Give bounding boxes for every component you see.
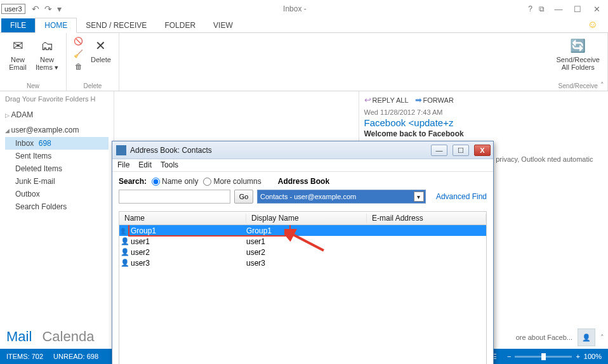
- radio-name-only[interactable]: Name only: [152, 177, 198, 186]
- new-email-button[interactable]: ✉ New Email: [5, 36, 30, 72]
- close-icon[interactable]: ✕: [589, 4, 604, 14]
- go-button[interactable]: Go: [234, 190, 253, 204]
- ribbon-options-icon[interactable]: ⧉: [539, 4, 545, 13]
- forward-button[interactable]: ➡FORWAR: [415, 95, 454, 105]
- address-book-icon: [116, 145, 126, 155]
- col-name[interactable]: Name: [119, 214, 246, 223]
- people-pane-text: ore about Faceb...: [516, 334, 572, 341]
- table-row[interactable]: 👤 user3 user3: [119, 257, 486, 268]
- cell-display-name: user2: [246, 248, 367, 257]
- forward-icon: ➡: [415, 95, 422, 105]
- table-row[interactable]: 👤 user2 user2: [119, 247, 486, 257]
- dialog-title: Address Book: Contacts: [130, 146, 426, 155]
- user-icon: 👤: [119, 259, 131, 267]
- col-email[interactable]: E-mail Address: [367, 214, 486, 223]
- group-delete-label: Delete: [72, 81, 114, 89]
- qat-more-icon[interactable]: ▾: [57, 4, 62, 14]
- message-subject: Welcome back to Facebook: [364, 129, 609, 138]
- dialog-maximize-icon[interactable]: ☐: [453, 145, 469, 156]
- advanced-find-link[interactable]: Advanced Find: [436, 192, 487, 201]
- dialog-titlebar[interactable]: Address Book: Contacts — ☐ X: [112, 141, 493, 159]
- minimize-icon[interactable]: —: [551, 4, 566, 14]
- folder-junk[interactable]: Junk E-mail: [5, 175, 109, 188]
- junk-icon[interactable]: 🗑: [73, 62, 84, 74]
- address-book-combo[interactable]: Contacts - user@example.com ▾: [257, 190, 426, 204]
- contacts-grid-header: Name Display Name E-mail Address: [119, 211, 487, 225]
- status-items: ITEMS: 702: [6, 353, 43, 360]
- menu-file[interactable]: File: [117, 160, 129, 170]
- reply-all-button[interactable]: ↩REPLY ALL: [364, 95, 409, 105]
- people-pane-toggle-icon[interactable]: ˄: [600, 334, 604, 342]
- dialog-minimize-icon[interactable]: —: [431, 145, 447, 156]
- cell-display-name: user1: [246, 237, 367, 246]
- zoom-slider[interactable]: [515, 356, 572, 358]
- window-titlebar: user3 ↶ ↷ ▾ Inbox - ? ⧉ — ☐ ✕: [0, 0, 608, 18]
- delete-icon: ✕: [91, 37, 111, 55]
- group-new-label: New: [5, 81, 61, 89]
- radio-name-only-input[interactable]: [152, 178, 160, 186]
- menu-tools[interactable]: Tools: [161, 160, 178, 170]
- tab-send-receive[interactable]: SEND / RECEIVE: [77, 18, 155, 32]
- search-input[interactable]: [119, 190, 230, 204]
- contacts-grid: 👥 Group1 Group1 👤 user1 user1 👤 user2 us…: [119, 225, 487, 364]
- help-icon[interactable]: ?: [528, 4, 532, 13]
- tab-home[interactable]: HOME: [35, 18, 77, 33]
- send-receive-icon: 🔄: [568, 37, 588, 55]
- radio-more-columns[interactable]: More columns: [203, 177, 261, 186]
- new-items-button[interactable]: 🗂 New Items ▾: [33, 36, 61, 72]
- cell-name: user2: [131, 248, 246, 257]
- folder-deleted[interactable]: Deleted Items: [5, 162, 109, 175]
- message-date: Wed 11/28/2012 7:43 AM: [364, 108, 609, 116]
- chevron-down-icon[interactable]: ▾: [414, 192, 424, 202]
- search-label: Search:: [119, 177, 147, 186]
- group-sendrec-label: Send/Receive: [554, 81, 603, 89]
- zoom-out-icon[interactable]: −: [507, 353, 511, 360]
- address-book-label: Address Book: [278, 177, 329, 186]
- ribbon: ✉ New Email 🗂 New Items ▾ New 🚫 🧹 🗑 ✕ De…: [0, 33, 608, 91]
- zoom-thumb[interactable]: [541, 353, 546, 360]
- folder-sent[interactable]: Sent Items: [5, 150, 109, 162]
- col-display-name[interactable]: Display Name: [246, 214, 367, 223]
- zoom-percent: 100%: [584, 353, 602, 360]
- collapse-ribbon-icon[interactable]: ˄: [600, 81, 604, 89]
- send-receive-button[interactable]: 🔄 Send/Receive All Folders: [554, 36, 603, 72]
- address-book-dialog: Address Book: Contacts — ☐ X File Edit T…: [112, 141, 494, 364]
- radio-more-columns-input[interactable]: [203, 178, 211, 186]
- folder-inbox[interactable]: Inbox 698: [5, 137, 109, 150]
- zoom-in-icon[interactable]: +: [576, 353, 579, 360]
- combo-selected-label: Contacts - user@example.com: [260, 193, 356, 200]
- avatar[interactable]: 👤: [578, 328, 595, 346]
- folder-search[interactable]: Search Folders: [5, 200, 109, 213]
- delete-label: Delete: [91, 56, 111, 63]
- feedback-smiley-icon[interactable]: ☺: [588, 19, 598, 30]
- delete-button[interactable]: ✕ Delete: [88, 36, 114, 75]
- new-items-icon: 🗂: [37, 37, 57, 55]
- cell-display-name: Group1: [246, 226, 367, 235]
- cell-display-name: user3: [246, 259, 367, 268]
- table-row[interactable]: 👥 Group1 Group1: [119, 225, 486, 236]
- cell-name: Group1: [131, 226, 246, 235]
- menu-edit[interactable]: Edit: [138, 160, 152, 170]
- ignore-icon[interactable]: 🚫: [73, 37, 84, 48]
- tab-folder[interactable]: FOLDER: [155, 18, 204, 32]
- tab-view[interactable]: VIEW: [204, 18, 242, 32]
- maximize-icon[interactable]: ☐: [570, 4, 585, 14]
- favorites-hint: Drag Your Favorite Folders H: [5, 95, 109, 103]
- reply-all-icon: ↩: [364, 95, 371, 105]
- dialog-close-icon[interactable]: X: [474, 145, 491, 156]
- folder-inbox-count: 698: [39, 139, 51, 148]
- undo-icon[interactable]: ↶: [32, 4, 39, 14]
- folder-outbox[interactable]: Outbox: [5, 188, 109, 200]
- mailbox-header-account[interactable]: user@example.com: [5, 126, 109, 134]
- redo-icon[interactable]: ↷: [44, 4, 52, 14]
- cleanup-icon[interactable]: 🧹: [73, 49, 84, 61]
- mailbox-header-adam[interactable]: ADAM: [5, 110, 109, 119]
- group-icon: 👥: [119, 226, 131, 235]
- nav-mail[interactable]: Mail: [6, 328, 32, 344]
- cell-name: user1: [131, 237, 246, 246]
- cell-name: user3: [131, 259, 246, 268]
- new-items-label: New Items ▾: [36, 56, 58, 71]
- tab-file[interactable]: FILE: [1, 18, 35, 32]
- nav-calendar[interactable]: Calenda: [42, 328, 94, 344]
- table-row[interactable]: 👤 user1 user1: [119, 236, 486, 247]
